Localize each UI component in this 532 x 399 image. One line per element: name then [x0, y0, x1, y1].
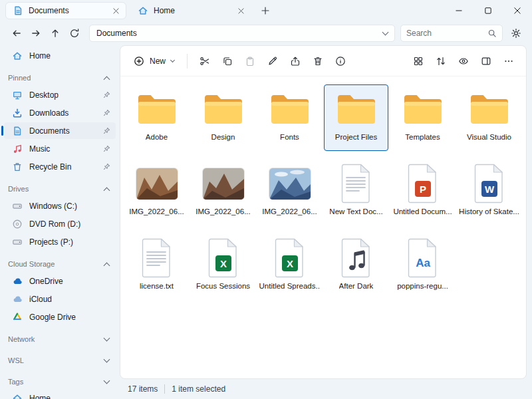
- section-label: Pinned: [8, 74, 104, 82]
- svg-text:X: X: [286, 258, 293, 269]
- status-divider: [164, 384, 165, 394]
- file-tile[interactable]: license.txt: [124, 233, 189, 300]
- disc-icon: [12, 219, 23, 229]
- file-name: Adobe: [146, 133, 168, 141]
- sidebar-item-documents[interactable]: Documents: [4, 122, 116, 139]
- text-file-icon: [140, 237, 174, 279]
- sidebar-item-label: Windows (C:): [29, 201, 110, 211]
- file-tile[interactable]: Aa poppins-regu...: [390, 233, 455, 300]
- paste-button[interactable]: [239, 51, 261, 72]
- up-button[interactable]: [45, 24, 65, 43]
- sidebar-item-projects-p[interactable]: Projects (P:): [4, 233, 116, 250]
- image-thumbnail: [203, 162, 244, 205]
- details-pane-button[interactable]: [475, 51, 497, 72]
- sidebar-item-windows-c[interactable]: Windows (C:): [4, 198, 116, 214]
- pin-icon: [103, 163, 110, 170]
- text-file-icon: [339, 162, 374, 205]
- file-tile[interactable]: New Text Doc...: [324, 159, 388, 225]
- new-button-label: New: [150, 57, 166, 66]
- file-name: History of Skate...: [459, 207, 519, 215]
- sidebar-section-cloud-storage[interactable]: Cloud Storage: [0, 256, 120, 272]
- file-tile[interactable]: After Dark: [324, 233, 388, 300]
- sidebar-section-network[interactable]: Network: [0, 331, 120, 347]
- sidebar-section-wsl[interactable]: WSL: [0, 352, 120, 368]
- music-icon: [12, 144, 23, 154]
- sidebar-item-home[interactable]: Home: [4, 47, 116, 64]
- file-tile[interactable]: X Focus Sessions: [191, 233, 255, 300]
- back-button[interactable]: [7, 24, 26, 43]
- copy-button[interactable]: [216, 51, 238, 72]
- cut-button[interactable]: [194, 51, 215, 72]
- excel-icon: X: [206, 237, 241, 279]
- address-bar[interactable]: Documents: [89, 25, 395, 42]
- folder-tile[interactable]: Adobe: [124, 84, 189, 151]
- rename-button[interactable]: [261, 51, 283, 72]
- sidebar-item-downloads[interactable]: Downloads: [4, 104, 116, 121]
- maximize-button[interactable]: [473, 0, 503, 21]
- file-tile[interactable]: P Untitled Docum...: [390, 159, 455, 225]
- delete-button[interactable]: [307, 51, 329, 72]
- eye-icon: [458, 56, 469, 66]
- folder-tile[interactable]: Fonts: [257, 84, 322, 151]
- documents-icon: [12, 126, 23, 136]
- folder-tile[interactable]: Design: [191, 84, 255, 151]
- search-box[interactable]: [400, 25, 503, 42]
- settings-gear-icon[interactable]: [507, 24, 525, 43]
- chevron-down-icon[interactable]: [104, 356, 110, 363]
- tab-documents[interactable]: Documents: [5, 2, 126, 19]
- sidebar-item-home-bottom[interactable]: Home: [4, 390, 116, 399]
- rename-icon: [267, 56, 278, 66]
- sort-button[interactable]: [430, 51, 452, 72]
- sidebar-item-label: Google Drive: [29, 313, 110, 322]
- file-tile[interactable]: W History of Skate...: [457, 159, 521, 225]
- folder-icon: [335, 88, 378, 130]
- share-button[interactable]: [284, 51, 306, 72]
- file-tile[interactable]: IMG_2022_06...: [191, 159, 255, 225]
- tab-close-icon[interactable]: [110, 5, 122, 17]
- minimize-button[interactable]: [444, 0, 473, 21]
- folder-tile[interactable]: Project Files: [324, 84, 388, 151]
- chevron-up-icon[interactable]: [104, 187, 110, 194]
- folder-icon: [468, 88, 511, 130]
- file-tile[interactable]: IMG_2022_06...: [257, 159, 322, 225]
- folder-tile[interactable]: Visual Studio: [457, 84, 521, 151]
- more-options-button[interactable]: [497, 51, 519, 72]
- section-label: WSL: [8, 356, 104, 364]
- chevron-up-icon[interactable]: [104, 76, 110, 82]
- new-button[interactable]: New: [127, 51, 181, 72]
- sidebar-item-google-drive[interactable]: Google Drive: [4, 309, 116, 325]
- chevron-down-icon[interactable]: [104, 378, 110, 384]
- sidebar-item-onedrive[interactable]: OneDrive: [4, 273, 116, 289]
- forward-button[interactable]: [26, 24, 45, 43]
- chevron-up-icon[interactable]: [104, 262, 110, 269]
- sidebar-item-label: Downloads: [29, 108, 96, 118]
- new-tab-button[interactable]: [255, 2, 275, 19]
- sidebar-section-tags[interactable]: Tags: [0, 374, 120, 390]
- sidebar-item-label: Home: [29, 51, 110, 61]
- sidebar-item-icloud[interactable]: iCloud: [4, 291, 116, 307]
- chevron-down-icon[interactable]: [104, 335, 110, 342]
- file-name: Untitled Docum...: [393, 207, 452, 215]
- sidebar-item-dvd-rom-d[interactable]: DVD Rom (D:): [4, 215, 116, 232]
- info-button[interactable]: [329, 51, 351, 72]
- folder-tile[interactable]: Templates: [390, 84, 455, 151]
- tab-close-icon[interactable]: [235, 5, 247, 17]
- file-name: IMG_2022_06...: [262, 207, 317, 215]
- tab-home[interactable]: Home: [130, 2, 251, 19]
- sidebar-section-pinned[interactable]: Pinned: [0, 70, 120, 86]
- tab-label: Home: [154, 6, 229, 15]
- close-button[interactable]: [503, 0, 532, 21]
- file-tile[interactable]: IMG_2022_06...: [124, 159, 189, 225]
- sidebar-item-desktop[interactable]: Desktop: [4, 86, 116, 103]
- view-options-button[interactable]: [407, 51, 429, 72]
- refresh-button[interactable]: [65, 24, 84, 43]
- file-tile[interactable]: X Untitled Spreads...: [257, 233, 322, 300]
- sidebar-item-recycle-bin[interactable]: Recycle Bin: [4, 158, 116, 175]
- sidebar-item-music[interactable]: Music: [4, 140, 116, 157]
- section-label: Network: [8, 335, 104, 343]
- sidebar-section-drives[interactable]: Drives: [0, 181, 120, 197]
- address-dropdown-icon[interactable]: [382, 29, 389, 36]
- preview-pane-button[interactable]: [452, 51, 474, 72]
- search-input[interactable]: [406, 29, 483, 38]
- plus-circle-icon: [134, 56, 144, 66]
